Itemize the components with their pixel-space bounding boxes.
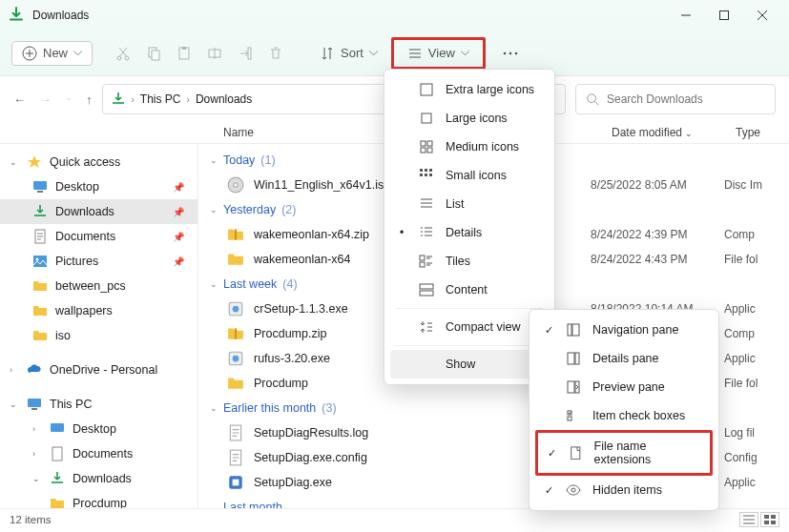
search-input[interactable]	[607, 92, 765, 106]
sidebar-pc-documents[interactable]: ›Documents	[0, 441, 197, 466]
forward-button[interactable]: →	[39, 92, 52, 107]
computer-icon	[27, 397, 42, 412]
sidebar-item-wallpapers[interactable]: wallpapers	[0, 298, 197, 323]
svg-rect-22	[52, 447, 62, 460]
cut-button[interactable]	[110, 40, 136, 67]
file-icon	[227, 375, 244, 392]
thumb-view-toggle[interactable]	[760, 512, 779, 527]
window-title: Downloads	[32, 9, 667, 22]
view-button[interactable]: View	[394, 40, 483, 67]
svg-rect-41	[421, 141, 426, 146]
recent-button[interactable]: ⌄	[65, 92, 73, 107]
view-button-highlight: View	[391, 37, 486, 70]
view-menu-list[interactable]: List	[390, 190, 549, 218]
svg-rect-34	[233, 480, 239, 486]
sidebar-item-iso[interactable]: iso	[0, 323, 197, 348]
view-menu-extra-large-icons[interactable]: Extra large icons	[390, 75, 549, 104]
new-button[interactable]: New	[11, 41, 93, 66]
column-date[interactable]: Date modified ⌄	[612, 126, 736, 139]
file-date: 8/24/2022 4:43 PM	[591, 253, 715, 266]
documents-icon	[32, 229, 48, 244]
view-menu-compact-view[interactable]: Compact view	[390, 313, 549, 341]
folder-icon	[32, 303, 48, 318]
svg-rect-54	[420, 291, 433, 296]
details-view-toggle[interactable]	[739, 512, 758, 527]
column-type[interactable]: Type	[736, 126, 789, 139]
svg-rect-56	[572, 324, 579, 336]
sidebar-item-between-pcs[interactable]: between_pcs	[0, 274, 197, 298]
file-date: 8/24/2022 4:39 PM	[591, 228, 715, 241]
view-menu-show[interactable]: Show›	[390, 350, 549, 379]
share-button[interactable]	[232, 40, 259, 67]
back-button[interactable]: ←	[13, 92, 26, 107]
svg-rect-55	[568, 324, 571, 336]
view-menu-large-icons[interactable]: Large icons	[390, 104, 549, 133]
file-type: Comp	[724, 228, 778, 241]
folder-icon	[32, 328, 48, 343]
svg-rect-58	[575, 353, 579, 364]
breadcrumb-thispc[interactable]: This PC	[140, 92, 181, 106]
sidebar-thispc[interactable]: ⌄ This PC	[0, 392, 197, 417]
titlebar: Downloads	[0, 0, 789, 31]
maximize-button[interactable]	[705, 0, 743, 31]
folder-icon	[32, 278, 48, 294]
more-button[interactable]	[497, 40, 524, 67]
svg-point-64	[571, 488, 575, 492]
sidebar-pc-procdump[interactable]: Procdump	[0, 491, 197, 508]
show-menu-details-pane[interactable]: Details pane	[535, 344, 713, 373]
sidebar-onedrive[interactable]: › OneDrive - Personal	[0, 358, 197, 382]
sidebar-item-pictures[interactable]: Pictures📌	[0, 249, 197, 274]
svg-rect-44	[427, 148, 432, 153]
downloads-icon	[8, 7, 25, 24]
star-icon	[27, 154, 42, 170]
rename-button[interactable]	[201, 40, 228, 67]
view-menu-tiles[interactable]: Tiles	[390, 247, 549, 276]
svg-rect-46	[425, 169, 427, 172]
pictures-icon	[32, 254, 48, 269]
pin-icon: 📌	[173, 182, 184, 193]
breadcrumb-downloads[interactable]: Downloads	[196, 92, 252, 106]
svg-rect-35	[764, 515, 769, 519]
copy-button[interactable]	[140, 40, 167, 67]
svg-rect-50	[429, 174, 432, 176]
svg-rect-17	[33, 256, 47, 267]
svg-rect-19	[28, 399, 41, 407]
show-menu-file-name-extensions[interactable]: ✓File name extensions	[535, 430, 713, 476]
show-menu-navigation-pane[interactable]: ✓Navigation pane	[535, 316, 713, 344]
svg-rect-62	[568, 417, 571, 420]
up-button[interactable]: ↑	[86, 92, 93, 107]
show-menu-preview-pane[interactable]: Preview pane	[535, 373, 713, 401]
file-date: 8/25/2022 8:05 AM	[591, 178, 715, 192]
documents-icon	[50, 446, 65, 461]
svg-rect-43	[421, 148, 426, 153]
show-menu-item-check-boxes[interactable]: Item check boxes	[535, 401, 713, 430]
svg-rect-51	[420, 256, 425, 260]
view-menu-small-icons[interactable]: Small icons	[390, 161, 549, 190]
sidebar-item-downloads[interactable]: Downloads📌	[0, 199, 197, 224]
svg-rect-45	[420, 169, 423, 172]
sidebar-pc-downloads[interactable]: ⌄Downloads	[0, 466, 197, 491]
file-icon	[227, 449, 244, 466]
svg-rect-7	[182, 47, 186, 50]
svg-rect-9	[248, 48, 251, 59]
delete-button[interactable]	[262, 40, 289, 67]
desktop-icon	[32, 179, 48, 194]
nav-arrows: ← → ⌄ ↑	[13, 92, 93, 107]
view-menu-medium-icons[interactable]: Medium icons	[390, 133, 549, 161]
sort-button[interactable]: Sort	[310, 40, 387, 67]
svg-rect-14	[33, 181, 47, 190]
view-menu-content[interactable]: Content	[390, 276, 549, 304]
svg-rect-57	[568, 353, 574, 364]
show-menu-hidden-items[interactable]: ✓Hidden items	[535, 476, 713, 504]
search-box[interactable]	[575, 84, 776, 114]
close-button[interactable]	[743, 0, 781, 31]
minimize-button[interactable]	[667, 0, 705, 31]
sidebar-item-desktop[interactable]: Desktop📌	[0, 174, 197, 199]
svg-rect-53	[420, 284, 433, 289]
sidebar-pc-desktop[interactable]: ›Desktop	[0, 417, 197, 441]
sidebar-quick-access[interactable]: ⌄ Quick access	[0, 150, 197, 174]
sidebar-item-documents[interactable]: Documents📌	[0, 224, 197, 249]
show-submenu: ✓Navigation paneDetails panePreview pane…	[529, 309, 719, 511]
paste-button[interactable]	[171, 40, 197, 67]
view-menu-details[interactable]: •Details	[390, 218, 549, 247]
